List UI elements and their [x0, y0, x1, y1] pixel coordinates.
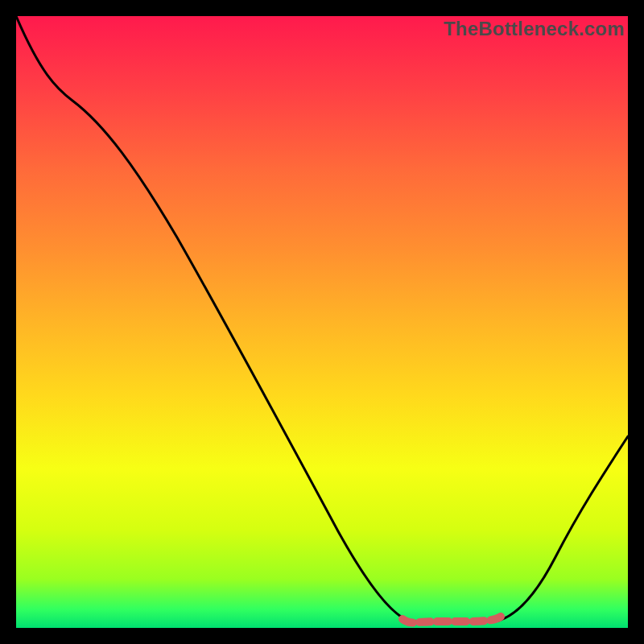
curve-path: [16, 16, 628, 621]
chart-frame: TheBottleneck.com: [16, 16, 628, 628]
bottleneck-curve: [16, 16, 628, 628]
watermark-text: TheBottleneck.com: [444, 18, 625, 40]
trough-marker: [402, 617, 501, 623]
